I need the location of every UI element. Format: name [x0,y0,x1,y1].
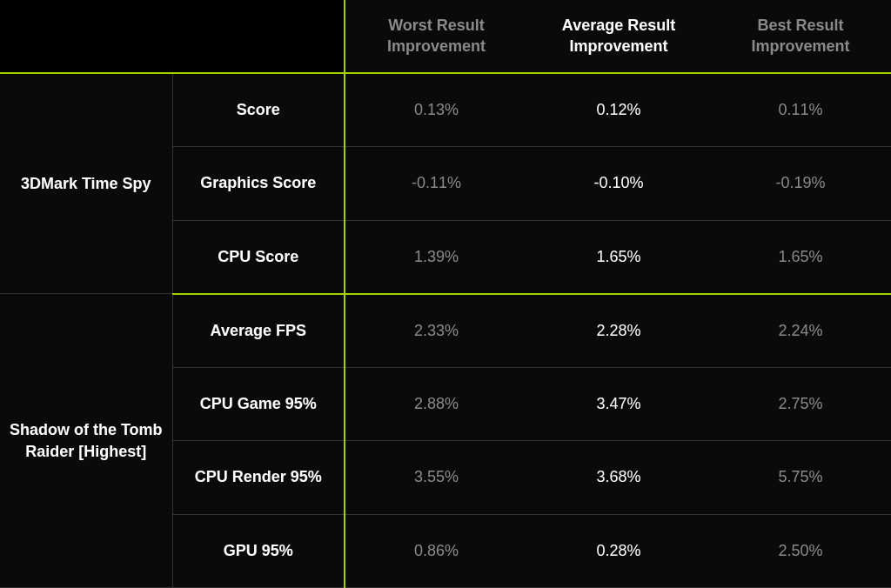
metric-label: Score [172,73,345,147]
header-blank [0,0,345,73]
cell-average: 2.28% [527,294,710,368]
table-row: 3DMark Time Spy Score 0.13% 0.12% 0.11% [0,73,891,147]
cell-average: 3.68% [527,441,710,515]
cell-worst: 0.86% [345,514,527,588]
cell-worst: 3.55% [345,441,527,515]
metric-label: CPU Score [172,220,345,294]
cell-average: 3.47% [527,367,710,441]
cell-worst: -0.11% [345,147,527,221]
cell-average: 0.12% [527,73,710,147]
metric-label: CPU Render 95% [172,441,345,515]
metric-label: Average FPS [172,294,345,368]
cell-worst: 1.39% [345,220,527,294]
cell-best: 2.50% [710,514,891,588]
table-row: Shadow of the Tomb Raider [Highest] Aver… [0,294,891,368]
cell-best: 1.65% [710,220,891,294]
cell-worst: 2.88% [345,367,527,441]
benchmark-table: Worst Result Improvement Average Result … [0,0,891,588]
col-header-average: Average Result Improvement [527,0,710,73]
cell-average: -0.10% [527,147,710,221]
cell-best: 0.11% [710,73,891,147]
cell-best: 2.24% [710,294,891,368]
header-row: Worst Result Improvement Average Result … [0,0,891,73]
metric-label: CPU Game 95% [172,367,345,441]
cell-average: 1.65% [527,220,710,294]
cell-worst: 2.33% [345,294,527,368]
cell-worst: 0.13% [345,73,527,147]
cell-best: 5.75% [710,441,891,515]
metric-label: Graphics Score [172,147,345,221]
cell-best: 2.75% [710,367,891,441]
group-label-3dmark: 3DMark Time Spy [0,73,172,294]
col-header-best: Best Result Improvement [710,0,891,73]
cell-best: -0.19% [710,147,891,221]
cell-average: 0.28% [527,514,710,588]
metric-label: GPU 95% [172,514,345,588]
col-header-worst: Worst Result Improvement [345,0,527,73]
group-label-sottr: Shadow of the Tomb Raider [Highest] [0,294,172,588]
